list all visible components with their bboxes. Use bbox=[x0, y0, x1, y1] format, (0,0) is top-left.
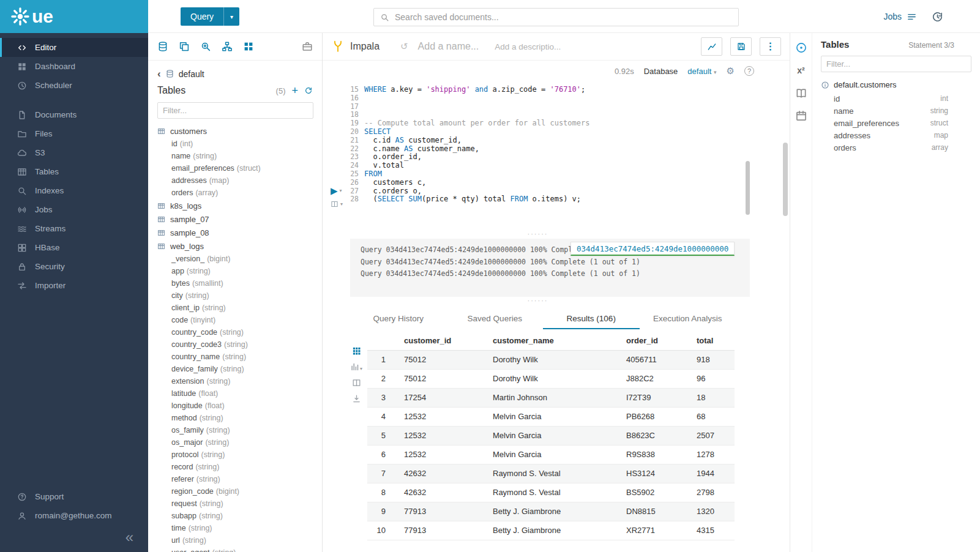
assist-toggle-icon[interactable] bbox=[795, 42, 807, 54]
result-row[interactable]: 175012Dorothy Wilk4056711918 bbox=[367, 350, 735, 369]
jobs-link[interactable]: Jobs bbox=[883, 12, 917, 22]
result-row[interactable]: 612532Melvin GarciaR9S8381278 bbox=[367, 445, 735, 464]
language-reference-icon[interactable] bbox=[795, 87, 807, 99]
right-column-item[interactable]: idint bbox=[821, 92, 971, 105]
chart-button[interactable] bbox=[701, 37, 722, 56]
execute-button[interactable]: ▶▾ bbox=[331, 186, 343, 195]
right-column-item[interactable]: addressesmap bbox=[821, 129, 971, 141]
column-header-total[interactable]: total bbox=[684, 332, 735, 350]
code-line[interactable]: 20SELECT bbox=[323, 128, 753, 136]
functions-icon[interactable]: x² bbox=[797, 64, 804, 76]
query-name-placeholder[interactable]: Add a name... bbox=[418, 41, 479, 52]
table-item-k8s-logs[interactable]: k8s_logs bbox=[148, 199, 322, 212]
code-line[interactable]: 27 c.orders o, bbox=[323, 187, 753, 196]
format-button[interactable]: ▾ bbox=[331, 200, 343, 208]
hue-logo[interactable]: ue bbox=[0, 0, 148, 33]
sidebar-footer-support[interactable]: Support bbox=[0, 487, 148, 506]
sidebar-item-indexes[interactable]: Indexes bbox=[0, 181, 148, 200]
code-line[interactable]: 25FROM bbox=[323, 170, 753, 179]
search-input[interactable] bbox=[395, 12, 732, 22]
column-item[interactable]: city(string) bbox=[148, 289, 322, 302]
sidebar-item-importer[interactable]: Importer bbox=[0, 276, 148, 295]
sidebar-item-files[interactable]: Files bbox=[0, 124, 148, 143]
code-line[interactable]: 18 bbox=[323, 111, 753, 119]
column-item[interactable]: time(string) bbox=[148, 522, 322, 534]
database-name[interactable]: default bbox=[179, 69, 204, 79]
column-item[interactable]: protocol(string) bbox=[148, 449, 322, 461]
table-item-web-logs[interactable]: web_logs bbox=[148, 239, 322, 253]
code-line[interactable]: 16 bbox=[323, 94, 753, 103]
column-item[interactable]: os_major(string) bbox=[148, 436, 322, 449]
code-line[interactable]: 28 (SELECT SUM(price * qty) total FROM o… bbox=[323, 195, 753, 204]
info-icon[interactable] bbox=[821, 81, 829, 89]
column-item[interactable]: region_code(bigint) bbox=[148, 485, 322, 498]
tab-results-106[interactable]: Results (106) bbox=[543, 309, 640, 329]
sidebar-item-scheduler[interactable]: Scheduler bbox=[0, 76, 148, 95]
column-item[interactable]: record(string) bbox=[148, 461, 322, 473]
sidebar-footer-romain-gethue-com[interactable]: romain@gethue.com bbox=[0, 506, 148, 525]
code-line[interactable]: 24 v.total bbox=[323, 162, 753, 170]
result-row[interactable]: 512532Melvin GarciaB8623C2507 bbox=[367, 426, 735, 445]
save-button[interactable] bbox=[730, 37, 752, 56]
right-filter-input[interactable] bbox=[821, 56, 971, 72]
right-column-item[interactable]: ordersarray bbox=[821, 141, 971, 154]
column-item[interactable]: request(string) bbox=[148, 498, 322, 510]
column-header-customer-name[interactable]: customer_name bbox=[481, 332, 614, 350]
code-line[interactable]: 15WHERE a.key = 'shipping' and a.zip_cod… bbox=[323, 86, 753, 94]
sitemap-icon[interactable] bbox=[222, 41, 233, 52]
query-dropdown-caret-icon[interactable]: ▾ bbox=[223, 7, 239, 26]
active-table[interactable]: default.customers bbox=[821, 80, 971, 89]
database-selector[interactable]: default ▾ bbox=[687, 67, 716, 76]
column-item[interactable]: addresses(map) bbox=[148, 174, 322, 187]
code-line[interactable]: 22 c.name AS customer_name, bbox=[323, 145, 753, 154]
result-row[interactable]: 977913Betty J. GiambroneDN88151320 bbox=[367, 502, 735, 521]
editor-scrollbar[interactable] bbox=[746, 161, 750, 215]
grid-view-icon[interactable] bbox=[352, 346, 361, 356]
columns-view-icon[interactable] bbox=[352, 378, 361, 387]
code-line[interactable]: 23 o.order_id, bbox=[323, 153, 753, 162]
result-row[interactable]: 275012Dorothy WilkJ882C296 bbox=[367, 369, 735, 388]
column-header-order-id[interactable]: order_id bbox=[614, 332, 684, 350]
tab-execution-analysis[interactable]: Execution Analysis bbox=[640, 309, 736, 329]
column-item[interactable]: longitude(float) bbox=[148, 400, 322, 412]
sidebar-item-streams[interactable]: Streams bbox=[0, 219, 148, 238]
column-item[interactable]: code(tinyint) bbox=[148, 314, 322, 326]
schedule-icon[interactable] bbox=[795, 110, 807, 122]
column-item[interactable]: country_code3(string) bbox=[148, 338, 322, 351]
sidebar-item-dashboard[interactable]: Dashboard bbox=[0, 57, 148, 76]
result-row[interactable]: 317254Martin JohnsonI72T3918 bbox=[367, 388, 735, 407]
editor-undo-icon[interactable]: ↺ bbox=[400, 41, 408, 52]
refresh-tables-icon[interactable] bbox=[304, 86, 313, 95]
sidebar-item-jobs[interactable]: Jobs bbox=[0, 200, 148, 219]
column-item[interactable]: client_ip(string) bbox=[148, 302, 322, 314]
data-source-icon[interactable] bbox=[157, 41, 168, 52]
table-item-customers[interactable]: customers bbox=[148, 124, 322, 138]
column-item[interactable]: country_name(string) bbox=[148, 351, 322, 363]
column-item[interactable]: id(int) bbox=[148, 138, 322, 150]
column-item[interactable]: _version_(bigint) bbox=[148, 253, 322, 265]
apps-grid-icon[interactable] bbox=[243, 41, 254, 52]
code-line[interactable]: 26 customers c, bbox=[323, 179, 753, 187]
column-item[interactable]: user_agent(string) bbox=[148, 546, 322, 552]
result-row[interactable]: 1077913Betty J. GiambroneXR27714315 bbox=[367, 521, 735, 540]
settings-gear-icon[interactable]: ⚙ bbox=[727, 65, 735, 76]
sidebar-item-tables[interactable]: Tables bbox=[0, 162, 148, 181]
column-item[interactable]: url(string) bbox=[148, 534, 322, 546]
column-item[interactable]: orders(array) bbox=[148, 187, 322, 199]
tab-saved-queries[interactable]: Saved Queries bbox=[447, 309, 544, 329]
code-line[interactable]: 17 bbox=[323, 103, 753, 111]
column-item[interactable]: bytes(smallint) bbox=[148, 277, 322, 289]
briefcase-icon[interactable] bbox=[302, 41, 313, 52]
code-editor[interactable]: 15WHERE a.key = 'shipping' and a.zip_cod… bbox=[323, 81, 753, 234]
column-item[interactable]: app(string) bbox=[148, 265, 322, 277]
add-table-icon[interactable]: + bbox=[291, 85, 298, 96]
column-item[interactable]: method(string) bbox=[148, 412, 322, 424]
query-history-icon[interactable] bbox=[932, 11, 943, 23]
column-item[interactable]: os_family(string) bbox=[148, 424, 322, 436]
table-item-sample-07[interactable]: sample_07 bbox=[148, 212, 322, 226]
chart-view-icon[interactable]: ▾ bbox=[350, 362, 362, 371]
sidebar-item-hbase[interactable]: HBase bbox=[0, 238, 148, 257]
tab-query-history[interactable]: Query History bbox=[350, 309, 447, 329]
sidebar-item-s3[interactable]: S3 bbox=[0, 143, 148, 162]
right-column-item[interactable]: email_preferencesstruct bbox=[821, 117, 971, 129]
